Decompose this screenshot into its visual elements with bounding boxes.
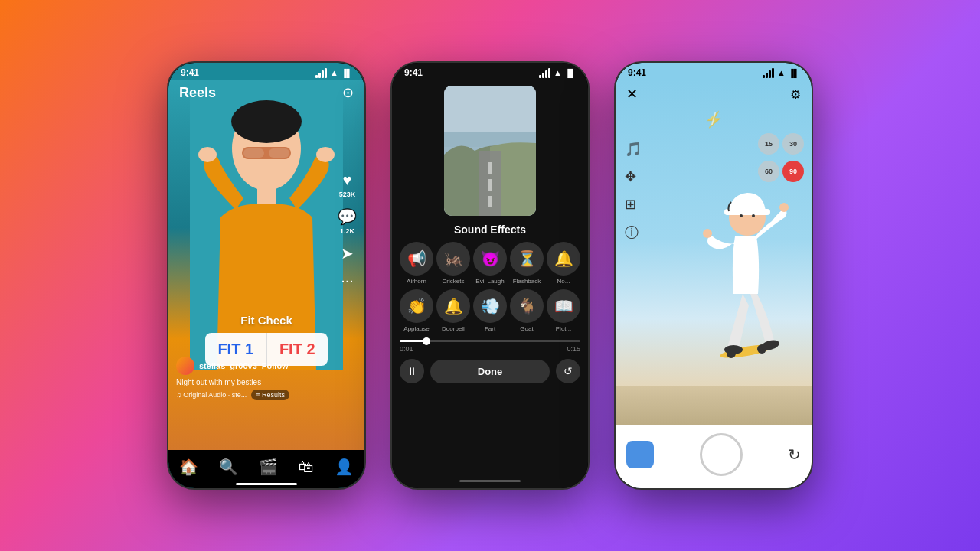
comment-button[interactable]: 💬 1.2K xyxy=(338,207,357,235)
fart-label: Fart xyxy=(485,325,495,332)
timeline-bar[interactable] xyxy=(400,340,580,342)
fit-check-title: Fit Check xyxy=(240,314,292,327)
wifi-icon-3: ▲ xyxy=(777,68,786,77)
timer-row2: 60 90 xyxy=(758,161,804,182)
move-icon[interactable]: ✥ xyxy=(625,168,642,185)
nav-shop[interactable]: 🛍 xyxy=(299,458,314,476)
effects-grid-row2: 👏 Applause 🔔 Doorbell 💨 Fart 🐐 Goat 📖 xyxy=(392,289,588,332)
effect-goat[interactable]: 🐐 Goat xyxy=(508,289,545,332)
airhorn-label: Airhorn xyxy=(407,278,426,285)
svg-rect-4 xyxy=(243,148,264,158)
battery-icon: ▐▌ xyxy=(341,69,352,77)
status-bar-phone2: 9:41 ▲ ▐▌ xyxy=(392,63,588,80)
share-button[interactable]: ➤ xyxy=(341,244,354,262)
svg-point-26 xyxy=(752,214,755,217)
replay-button[interactable]: ↺ xyxy=(556,359,580,383)
signal-icon xyxy=(315,68,327,78)
shutter-button[interactable] xyxy=(700,433,743,476)
follow-button[interactable]: Follow xyxy=(262,361,289,370)
timer-options: 15 30 60 90 xyxy=(758,133,804,182)
airhorn-icon: 📢 xyxy=(400,242,433,276)
evil-laugh-icon: 😈 xyxy=(473,242,507,276)
results-badge[interactable]: ≡ Results xyxy=(251,390,289,400)
flash-disabled-icon[interactable]: ⚡/ xyxy=(704,110,724,129)
time-start: 0:01 xyxy=(400,345,413,353)
home-bar xyxy=(459,480,521,482)
effect-plot[interactable]: 📖 Plot... xyxy=(545,289,582,332)
effect-airhorn[interactable]: 📢 Airhorn xyxy=(398,242,435,285)
comment-count: 1.2K xyxy=(340,227,354,235)
pause-button[interactable]: ⏸ xyxy=(400,359,424,383)
settings-button[interactable]: ⚙ xyxy=(790,87,801,102)
effect-doorbell[interactable]: 🔔 Doorbell xyxy=(435,289,472,332)
home-indicator xyxy=(236,483,297,485)
more-icon: ··· xyxy=(341,272,354,289)
camera-icon[interactable]: ⊙ xyxy=(342,84,354,101)
doorbell-label: Doorbell xyxy=(442,325,465,332)
notification-label: No... xyxy=(557,278,570,285)
timeline-area: 0:01 0:15 xyxy=(400,340,580,353)
effects-grid-row1: 📢 Airhorn 🦗 Crickets 😈 Evil Laugh ⏳ Flas… xyxy=(392,242,588,285)
phone-camera: 9:41 ▲ ▐▌ ✕ ⚙ ⚡/ xyxy=(614,61,813,490)
side-tools: 🎵 ✥ ⊞ ⓘ xyxy=(625,141,642,242)
more-button[interactable]: ··· xyxy=(341,272,354,289)
crickets-label: Crickets xyxy=(443,278,465,285)
timer-30[interactable]: 30 xyxy=(782,133,804,155)
music-note-icon[interactable]: 🎵 xyxy=(625,141,642,158)
goat-label: Goat xyxy=(520,325,533,332)
close-button[interactable]: ✕ xyxy=(626,86,638,103)
battery-icon-3: ▐▌ xyxy=(789,69,799,77)
effect-applause[interactable]: 👏 Applause xyxy=(398,289,435,332)
flip-camera-icon[interactable]: ↻ xyxy=(788,445,801,464)
status-icons-1: ▲ ▐▌ xyxy=(315,68,352,78)
user-info: stellas_gr00v3 Follow Night out with my … xyxy=(176,357,334,400)
timeline-times: 0:01 0:15 xyxy=(400,345,580,353)
effect-notification[interactable]: 🔔 No... xyxy=(545,242,582,285)
svg-point-21 xyxy=(703,229,712,238)
phone-sound-effects: 9:41 ▲ ▐▌ xyxy=(390,61,590,490)
camera-bottom-bar: ↻ xyxy=(616,425,812,488)
nav-home[interactable]: 🏠 xyxy=(179,458,198,476)
nav-profile[interactable]: 👤 xyxy=(335,458,354,476)
svg-rect-15 xyxy=(488,196,492,207)
svg-rect-6 xyxy=(257,185,276,204)
avatar xyxy=(176,357,194,375)
timer-60[interactable]: 60 xyxy=(758,161,779,182)
status-icons-3: ▲ ▐▌ xyxy=(763,68,799,78)
status-time-2: 9:41 xyxy=(404,67,423,78)
flashback-icon: ⏳ xyxy=(510,242,544,276)
timer-90[interactable]: 90 xyxy=(782,161,804,182)
phone-reels: 9:41 ▲ ▐▌ xyxy=(167,61,366,490)
effect-fart[interactable]: 💨 Fart xyxy=(472,289,508,332)
wifi-icon: ▲ xyxy=(330,68,338,77)
user-row: stellas_gr00v3 Follow xyxy=(176,357,334,375)
svg-point-22 xyxy=(779,203,789,212)
notification-icon: 🔔 xyxy=(547,242,580,276)
crickets-icon: 🦗 xyxy=(436,242,470,276)
timeline-dot xyxy=(423,337,430,345)
like-button[interactable]: ♥ 523K xyxy=(339,171,356,198)
done-button[interactable]: Done xyxy=(430,360,550,383)
svg-point-25 xyxy=(740,214,743,217)
reels-content: Reels ⊙ ♥ 523K 💬 1.2K ➤ ··· xyxy=(168,80,364,450)
status-bar-phone3: 9:41 ▲ ▐▌ xyxy=(616,63,812,80)
applause-label: Applause xyxy=(403,325,429,332)
nav-search[interactable]: 🔍 xyxy=(219,458,238,476)
camera-content: ✕ ⚙ ⚡/ 🎵 ✥ ⊞ ⓘ 15 30 60 90 xyxy=(616,80,812,478)
effect-evil-laugh[interactable]: 😈 Evil Laugh xyxy=(472,242,508,285)
info-icon[interactable]: ⓘ xyxy=(625,223,642,242)
like-count: 523K xyxy=(339,191,356,198)
nav-reels[interactable]: 🎬 xyxy=(259,458,278,476)
comment-icon: 💬 xyxy=(338,207,357,226)
applause-icon: 👏 xyxy=(400,289,433,323)
status-time-1: 9:41 xyxy=(181,67,199,78)
effect-crickets[interactable]: 🦗 Crickets xyxy=(435,242,472,285)
plot-label: Plot... xyxy=(556,325,571,332)
svg-rect-24 xyxy=(724,209,770,215)
color-swatch[interactable] xyxy=(626,441,654,468)
preview-scene xyxy=(444,86,536,216)
effect-flashback[interactable]: ⏳ Flashback xyxy=(508,242,545,285)
results-text: ≡ Results xyxy=(256,391,285,399)
timer-15[interactable]: 15 xyxy=(758,133,779,155)
layout-icon[interactable]: ⊞ xyxy=(625,196,642,213)
